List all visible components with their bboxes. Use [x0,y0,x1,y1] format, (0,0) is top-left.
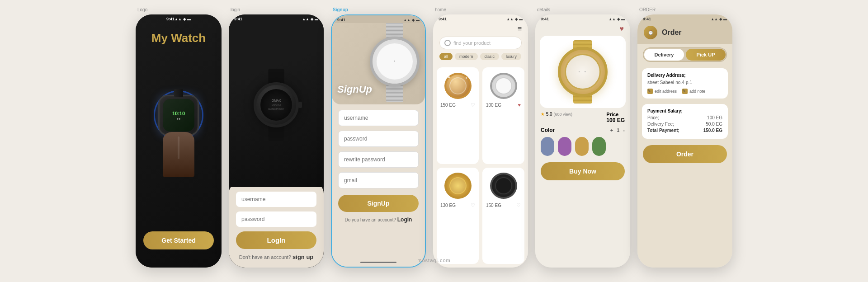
password-input[interactable] [236,212,316,227]
login-time: 9:41 [234,17,242,21]
signup-status-icons: ▲▲ ◈ ▬ [403,18,420,22]
login-label: login [231,7,240,12]
phone-details: 9:41 ▲▲ ◈ ▬ ♥ [535,14,630,268]
login-link-text[interactable]: LogIn [397,216,412,223]
watch-card-4[interactable]: 150 EG ♡ [482,168,524,264]
watch-price-1: 150 EG [440,103,456,108]
signup-rewrite-input[interactable] [338,151,419,168]
get-started-button[interactable]: Get Started [143,231,213,249]
add-note-btn[interactable]: ✎ add note [682,89,705,94]
order-button[interactable]: Order [643,145,727,163]
delivery-fee-label: Delivery Fee; [647,122,674,127]
price-unit: EG [716,115,722,120]
chip-clasic[interactable]: clasic [480,53,500,60]
order-status-icons: ▲▲ ◈ ▬ [711,17,727,21]
watch-hand-container: 10:10 ●● [136,45,222,227]
watch-grid: 150 EG ♡ 100 EG ♥ [433,64,528,268]
home-status-bar: 9:41 ▲▲ ◈ ▬ [433,14,528,22]
details-status-bar: 9:41 ▲▲ ◈ ▬ [535,14,630,22]
minus-icon[interactable]: - [623,127,625,133]
signal-icon: ▲▲ [302,17,309,21]
favorite-heart-icon[interactable]: ♥ [620,25,624,33]
login-status-icons: ▲▲ ◈ ▬ [302,17,318,21]
battery-icon: ▬ [723,17,727,21]
total-val: 150.0 [703,128,715,133]
signup-form: SignUp Do you have an account? LogIn [332,104,425,267]
watch-price-row-3: 130 EG ♡ [440,202,475,208]
color-swatch-blue[interactable] [541,137,554,156]
color-swatch-purple[interactable] [558,137,571,156]
order-title: Order [662,28,682,37]
watch-card-1[interactable]: 150 EG ♡ [437,67,479,164]
details-status-icons: ▲▲ ◈ ▬ [609,17,625,21]
price-row-value: 100 EG [707,115,722,120]
color-swatch-gold[interactable] [575,137,589,156]
chip-luxury[interactable]: luxury [501,53,521,60]
plus-icon[interactable]: + [610,127,613,133]
color-swatch-green[interactable] [592,137,606,156]
total-value: 150.0 EG [703,128,722,133]
home-label: home [435,7,446,12]
heart-icon-3[interactable]: ♡ [471,202,475,208]
edit-label: edit address [655,89,677,94]
smartwatch-screen: 10:10 ●● [163,99,194,132]
search-placeholder: find your product [453,40,491,46]
signup-link-text[interactable]: sign up [292,254,313,260]
signup-watch-area: ⚬ SignUp [332,23,425,104]
phone-signup: 9:41 ▲▲ ◈ ▬ [331,14,426,268]
order-header: ⌚ Order [637,22,732,44]
delivery-btn[interactable]: Delivery [644,49,684,61]
total-unit: EG [716,128,722,133]
home-bg: 9:41 ▲▲ ◈ ▬ ≡ find your product all [433,14,528,268]
login-status-bar: 9:41 ▲▲ ◈ ▬ [229,14,324,22]
battery-icon: ▬ [315,17,318,21]
delivery-fee-row: Delivery Fee; 50.0 EG [647,122,722,127]
watch-card-3[interactable]: 130 EG ♡ [437,168,479,264]
wifi-icon: ◈ [719,17,722,21]
login-link-area: Do you have an account? LogIn [338,216,419,223]
chip-modern[interactable]: modern [455,53,478,60]
signup-gmail-input[interactable] [338,172,419,188]
pickup-btn[interactable]: Pick UP [686,49,726,61]
price-row: Price; 100 EG [647,115,722,120]
note-icon: ✎ [682,89,688,94]
price-label: Price [606,112,625,117]
order-label: ORDER [639,7,656,12]
signup-title-text: SignUp [337,84,372,95]
details-time: 9:41 [541,17,549,21]
logo-bg: 9:41 ▲▲ ◈ ▬ My Watch [136,14,222,268]
watch-price-3: 130 EG [440,203,456,208]
heart-icon-2[interactable]: ♥ [518,102,521,108]
signup-button[interactable]: SignUp [338,195,419,212]
order-time: 9:41 [643,17,651,21]
watch-price-2: 100 EG [486,103,501,108]
signal-icon: ▲▲ [403,18,410,22]
home-header: ≡ find your product all modern clasic lu… [433,22,528,64]
edit-address-btn[interactable]: ✎ edit address [647,89,677,94]
hamburger-menu[interactable]: ≡ [439,25,522,33]
signal-icon: ▲▲ [711,17,718,21]
logo-status-bar: 9:41 ▲▲ ◈ ▬ [161,14,196,22]
color-swatches [541,137,625,156]
signup-username-input[interactable] [338,110,419,126]
chip-all[interactable]: all [439,53,453,60]
signup-password-input[interactable] [338,131,419,147]
search-bar[interactable]: find your product [439,37,522,49]
login-button[interactable]: LogIn [236,231,316,249]
heart-icon-4[interactable]: ♡ [516,202,521,208]
signal-icon: ▲▲ [609,17,616,21]
watermark: mostaqi.com [417,258,450,263]
total-row: Total Payment; 150.0 EG [647,128,722,133]
watch-card-2[interactable]: 100 EG ♥ [482,67,524,164]
price-row-label: Price; [647,115,659,120]
buy-now-button[interactable]: Buy Now [541,162,625,180]
signup-bg: 9:41 ▲▲ ◈ ▬ [332,15,425,267]
wifi-icon: ◈ [311,17,313,21]
username-input[interactable] [236,192,316,207]
watch-price-row-2: 100 EG ♥ [486,102,521,108]
payment-section: Payment Salary; Price; 100 EG Delivery F… [642,104,728,139]
address-section: Delivery Address; street Sabeel-no.4-p.1… [642,68,728,99]
order-status-bar: 9:41 ▲▲ ◈ ▬ [637,14,732,22]
heart-icon-1[interactable]: ♡ [471,102,475,108]
home-status-icons: ▲▲ ◈ ▬ [506,17,523,21]
